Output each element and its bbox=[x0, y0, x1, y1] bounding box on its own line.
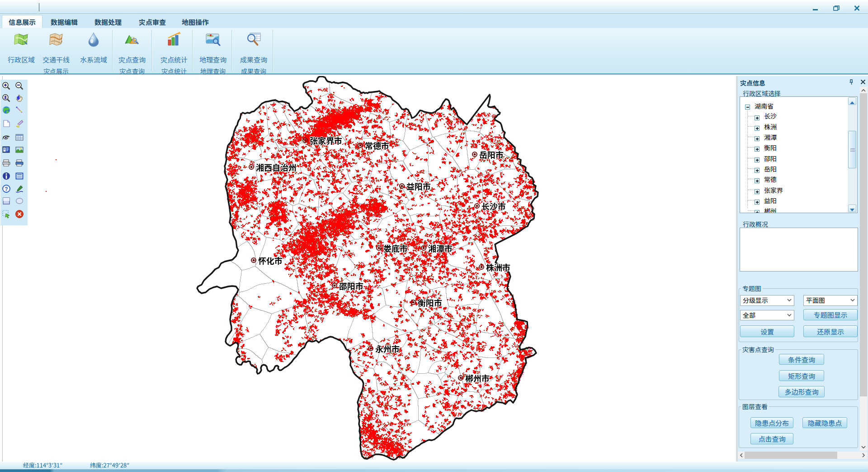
svg-text:?: ? bbox=[5, 186, 8, 192]
